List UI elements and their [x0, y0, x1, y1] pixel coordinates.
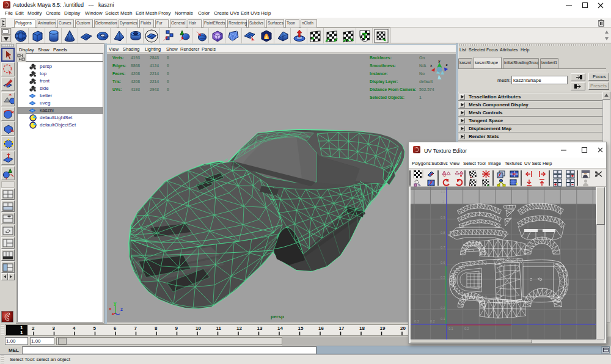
svg-text:0.3: 0.3 — [414, 319, 419, 323]
svg-text:y: y — [114, 300, 117, 306]
svg-text:1.1: 1.1 — [441, 190, 445, 194]
svg-text:0.1: 0.1 — [448, 327, 453, 330]
svg-text:0.1: 0.1 — [441, 317, 445, 321]
svg-text:1: 1 — [442, 200, 444, 203]
svg-text:0.2: 0.2 — [441, 306, 445, 310]
svg-text:0.5: 0.5 — [441, 275, 445, 279]
svg-text:0.2: 0.2 — [464, 327, 469, 330]
svg-text:x: x — [109, 306, 112, 311]
svg-text:0.9: 0.9 — [441, 216, 445, 219]
svg-text:0.2: 0.2 — [430, 319, 435, 323]
svg-text:0.8: 0.8 — [441, 231, 445, 235]
svg-text:0.6: 0.6 — [441, 261, 445, 264]
svg-text:z: z — [120, 307, 123, 312]
svg-text:0.7: 0.7 — [441, 246, 445, 249]
